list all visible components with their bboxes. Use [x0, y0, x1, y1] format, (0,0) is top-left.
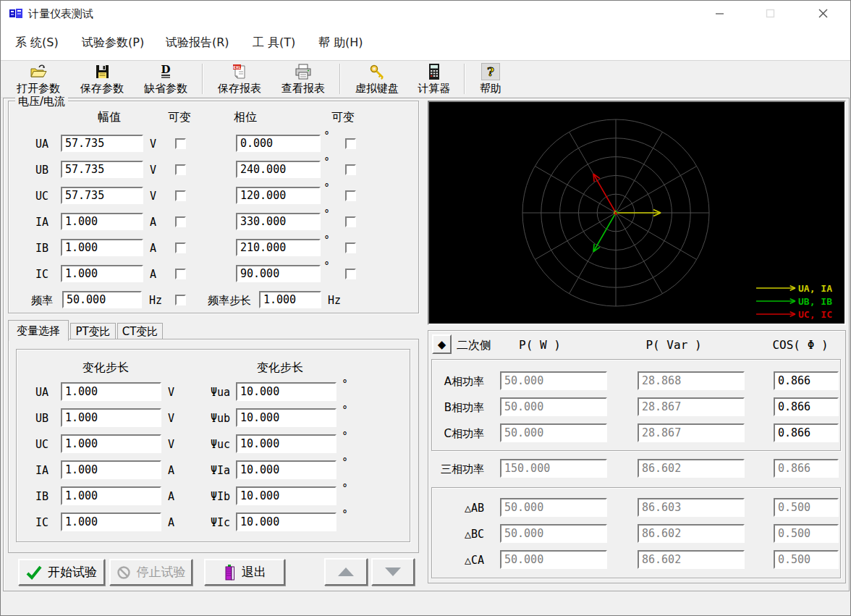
exit-button[interactable]: 退出	[204, 559, 285, 586]
ib-amplitude-input[interactable]	[61, 239, 143, 256]
ua-phase-variable-checkbox[interactable]	[345, 138, 356, 149]
ib-phase-input[interactable]	[236, 239, 321, 256]
tab-ct-ratio[interactable]: CT变比	[117, 323, 163, 339]
uc-amplitude-variable-checkbox[interactable]	[175, 190, 186, 201]
ic-amplitude-input[interactable]	[61, 265, 143, 282]
delta-ca-label: △CA	[441, 554, 484, 567]
view-report-button[interactable]: 查看报表	[271, 61, 335, 97]
menu-tools[interactable]: 工 具(T)	[253, 35, 295, 51]
psi-ub-step-input[interactable]	[236, 408, 336, 427]
stop-test-label: 停止试验	[137, 564, 186, 581]
degree-symbol: °	[324, 182, 329, 193]
ia-amplitude-input[interactable]	[61, 213, 143, 230]
vc-row-unit: A	[150, 216, 156, 229]
menu-system[interactable]: 系 统(S)	[15, 35, 59, 51]
ic-phase-input[interactable]	[236, 265, 321, 282]
scroll-down-button[interactable]	[371, 558, 415, 586]
tab-pt-ratio[interactable]: PT变比	[70, 323, 116, 339]
toolbar-separator	[464, 64, 465, 94]
tab-variable-select[interactable]: 变量选择	[8, 320, 69, 341]
scroll-up-button[interactable]	[324, 558, 368, 586]
save-params-button[interactable]: 保存参数	[70, 61, 134, 97]
step-row-unit: A	[168, 490, 174, 503]
secondary-side-toggle-button[interactable]: ◆	[432, 334, 452, 354]
ic-phase-variable-checkbox[interactable]	[345, 269, 356, 279]
default-params-button[interactable]: D 缺省参数	[134, 61, 198, 97]
status-bar: 设备连接断开	[1, 591, 850, 615]
vc-row-unit: V	[150, 190, 156, 203]
psi-ib-step-input[interactable]	[236, 486, 336, 505]
step-row-label: IC	[28, 516, 48, 529]
svg-text:UA, IA: UA, IA	[798, 283, 832, 294]
open-params-button[interactable]: 打开参数	[7, 61, 70, 97]
ia-amplitude-variable-checkbox[interactable]	[175, 216, 186, 227]
menu-test-params[interactable]: 试验参数(P)	[82, 35, 144, 51]
ia-phase-input[interactable]	[236, 213, 321, 230]
uc-phase-variable-checkbox[interactable]	[345, 190, 356, 201]
ib-amplitude-variable-checkbox[interactable]	[175, 242, 186, 253]
ua-phase-input[interactable]	[236, 135, 321, 152]
save-report-button[interactable]: EXL 保存报表	[208, 61, 271, 97]
ic-step-input[interactable]	[61, 512, 161, 531]
uc-step-input[interactable]	[61, 434, 161, 453]
psi-uc-step-input[interactable]	[236, 434, 336, 453]
close-button[interactable]	[803, 1, 843, 25]
ib-step-input[interactable]	[61, 486, 161, 505]
psi-label: ΨIb	[211, 490, 230, 503]
psi-label: ΨIa	[211, 464, 230, 477]
vc-row-unit: V	[150, 138, 156, 151]
ia-step-input[interactable]	[61, 460, 161, 479]
help-button[interactable]: ? 帮助	[470, 61, 512, 97]
menu-help[interactable]: 帮 助(H)	[318, 35, 363, 51]
ub-phase-variable-checkbox[interactable]	[345, 164, 356, 175]
uc-amplitude-input[interactable]	[61, 187, 143, 204]
ib-phase-variable-checkbox[interactable]	[345, 242, 356, 253]
phasor-panel: UA, IAUB, IBUC, IC	[428, 101, 846, 325]
three-phase-cos-field	[774, 459, 839, 478]
phase-b-q-field	[638, 397, 745, 416]
minimize-button[interactable]	[699, 1, 740, 25]
step-row-label: UB	[28, 412, 48, 425]
save-params-label: 保存参数	[80, 82, 124, 96]
frequency-input[interactable]	[62, 291, 142, 308]
ub-amplitude-input[interactable]	[61, 161, 143, 178]
frequency-step-input[interactable]	[259, 291, 321, 308]
variable-header-1: 可变	[161, 110, 198, 125]
menu-test-report[interactable]: 试验报告(R)	[166, 35, 229, 51]
three-phase-p-field	[500, 459, 607, 478]
psi-ua-step-input[interactable]	[236, 382, 336, 401]
ia-phase-variable-checkbox[interactable]	[345, 216, 356, 227]
window-title: 计量仪表测试	[28, 7, 93, 21]
diamond-icon: ◆	[438, 338, 446, 351]
frequency-step-label: 频率步长	[208, 294, 251, 308]
stop-test-button[interactable]: 停止试验	[109, 559, 192, 586]
step-left-header: 变化步长	[79, 360, 132, 376]
p-var-header: P( Var )	[630, 338, 717, 352]
phase-a-power-label: A相功率	[433, 375, 484, 389]
frequency-variable-checkbox[interactable]	[175, 295, 186, 305]
ua-amplitude-input[interactable]	[61, 135, 143, 152]
degree-symbol: °	[342, 378, 347, 389]
ua-amplitude-variable-checkbox[interactable]	[175, 138, 186, 149]
ua-step-input[interactable]	[61, 382, 161, 401]
ub-amplitude-variable-checkbox[interactable]	[175, 164, 186, 175]
phase-c-cos-field	[774, 423, 839, 442]
title-bar: 计量仪表测试	[1, 1, 850, 27]
frequency-step-unit: Hz	[328, 294, 341, 307]
uc-phase-input[interactable]	[236, 187, 321, 204]
ub-phase-input[interactable]	[236, 161, 321, 178]
calculator-button[interactable]: 计算器	[409, 61, 460, 97]
virtual-keyboard-button[interactable]: 虚拟键盘	[345, 61, 409, 97]
variable-header-2: 可变	[325, 110, 361, 125]
ic-amplitude-variable-checkbox[interactable]	[175, 269, 186, 279]
start-test-button[interactable]: 开始试验	[18, 559, 105, 586]
psi-label: ΨIc	[211, 516, 230, 529]
step-right-header: 变化步长	[253, 360, 307, 376]
view-report-label: 查看报表	[281, 82, 325, 96]
app-window: 计量仪表测试 系 统(S) 试验参数(P) 试验报告(R) 工 具(T) 帮 助…	[0, 0, 851, 616]
psi-ia-step-input[interactable]	[236, 460, 336, 479]
maximize-button[interactable]	[750, 1, 790, 25]
ub-step-input[interactable]	[61, 408, 161, 427]
degree-symbol: °	[342, 482, 347, 494]
psi-ic-step-input[interactable]	[236, 512, 336, 531]
